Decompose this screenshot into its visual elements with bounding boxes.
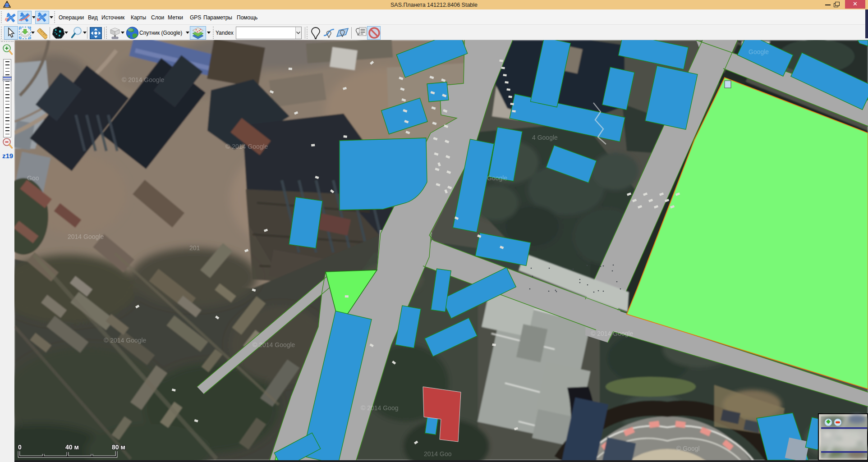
svg-text:© 2014 Google: © 2014 Google [591, 330, 634, 337]
svg-text:40 м: 40 м [65, 444, 79, 451]
svg-text:© 2014 Goog: © 2014 Goog [361, 404, 399, 412]
svg-text:© 2014 Google: © 2014 Google [253, 341, 295, 348]
svg-text:2014 Goo: 2014 Goo [424, 450, 452, 457]
svg-text:2014 Google: 2014 Google [68, 233, 104, 240]
svg-text:80 м: 80 м [112, 444, 125, 451]
svg-text:Goo: Goo [27, 174, 39, 182]
svg-text:0: 0 [18, 444, 22, 451]
svg-text:© 2014 Google: © 2014 Google [104, 337, 147, 344]
svg-text:201: 201 [189, 244, 200, 252]
svg-text:© 2014 Google: © 2014 Google [122, 76, 165, 83]
svg-text:Google: Google [487, 174, 507, 182]
svg-text:© Googl: © Googl [676, 445, 700, 452]
svg-text:Google: Google [749, 48, 769, 55]
svg-text:4 Google: 4 Google [532, 134, 558, 141]
svg-text:© 2014 Google: © 2014 Google [225, 143, 268, 150]
